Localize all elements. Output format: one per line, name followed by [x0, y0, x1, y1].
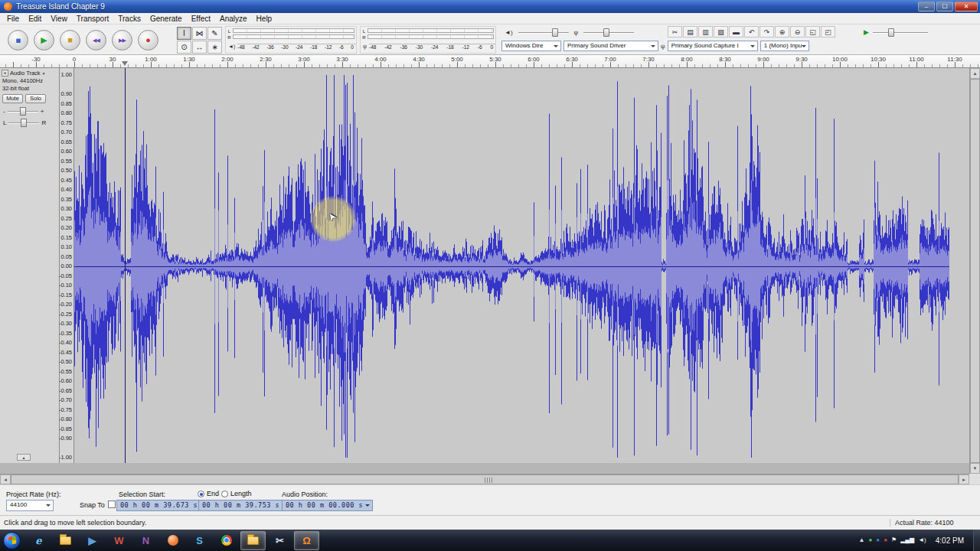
silence-audio-button[interactable]: ▬: [729, 26, 743, 37]
zoom-in-button[interactable]: ⊕: [775, 26, 789, 37]
menu-view[interactable]: View: [46, 14, 72, 24]
input-channels-select[interactable]: 1 (Mono) Inpu: [760, 41, 809, 51]
track-close-button[interactable]: ×: [2, 70, 8, 77]
close-button[interactable]: ✕: [955, 2, 978, 11]
vertical-scroll-thumb[interactable]: [970, 79, 980, 463]
input-volume-slider[interactable]: [583, 28, 634, 37]
skip-to-start-button[interactable]: ◀◀: [86, 30, 106, 51]
horizontal-scroll-thumb[interactable]: [11, 474, 959, 484]
scroll-up-button[interactable]: ▲: [970, 68, 980, 79]
menu-tracks[interactable]: Tracks: [113, 14, 145, 24]
track-collapse-button[interactable]: ▲: [17, 454, 31, 461]
pause-button[interactable]: ▮▮: [8, 30, 28, 51]
timeline-ruler[interactable]: -300301:001:302:002:303:003:304:004:305:…: [0, 55, 980, 68]
playback-device-select[interactable]: Primary Sound Driver: [564, 41, 658, 51]
playback-speed-slider[interactable]: [873, 28, 928, 37]
windows-explorer-button[interactable]: [53, 531, 78, 550]
track-title[interactable]: Audio Track: [10, 70, 41, 77]
scroll-right-button[interactable]: ►: [959, 474, 969, 484]
menu-transport[interactable]: Transport: [72, 14, 113, 24]
firefox-button[interactable]: [160, 531, 185, 550]
scroll-down-button[interactable]: ▼: [970, 463, 980, 474]
taskbar-clock[interactable]: 4:02 PM: [936, 536, 964, 545]
tray-app-blue[interactable]: ●: [876, 537, 880, 543]
network-icon[interactable]: ▂▄▆: [900, 537, 914, 543]
paste-button[interactable]: ▥: [698, 26, 713, 37]
menu-analyze[interactable]: Analyze: [215, 14, 252, 24]
copy-button[interactable]: ▤: [683, 26, 697, 37]
start-button[interactable]: [3, 532, 21, 549]
solo-button[interactable]: Solo: [25, 94, 46, 103]
onenote-button[interactable]: N: [133, 531, 158, 550]
trim-audio-button[interactable]: ▧: [714, 26, 728, 37]
output-volume-slider[interactable]: [518, 28, 569, 37]
play-at-speed-button[interactable]: ▶: [864, 28, 869, 36]
selection-start-field[interactable]: 00 h 00 m 39.673 s: [116, 500, 207, 511]
waveform-canvas[interactable]: [74, 68, 969, 463]
wordpad-button[interactable]: W: [106, 531, 132, 550]
draw-tool-button[interactable]: ✎: [207, 27, 222, 40]
waveform-area[interactable]: [74, 68, 969, 463]
skip-to-end-button[interactable]: ▶▶: [112, 30, 132, 51]
project-rate-select[interactable]: 44100: [6, 500, 54, 511]
zoom-out-button[interactable]: ⊖: [790, 26, 805, 37]
skype-button[interactable]: S: [187, 531, 212, 550]
play-button[interactable]: ▶: [34, 30, 54, 51]
menu-edit[interactable]: Edit: [24, 14, 46, 24]
tray-app-green[interactable]: ●: [868, 537, 872, 543]
track-menu-arrow-icon[interactable]: ▼: [42, 71, 46, 76]
chrome-button[interactable]: [214, 531, 239, 550]
output-volume-thumb[interactable]: [552, 28, 558, 37]
internet-explorer-button[interactable]: e: [26, 531, 51, 550]
zoom-tool-button[interactable]: ⊙: [177, 41, 191, 54]
menu-effect[interactable]: Effect: [187, 14, 215, 24]
menu-generate[interactable]: Generate: [145, 14, 187, 24]
horizontal-scrollbar[interactable]: ◄ ►: [0, 474, 969, 484]
tray-expand-button[interactable]: ▲: [859, 537, 865, 543]
mute-button[interactable]: Mute: [2, 94, 23, 103]
selection-tool-button[interactable]: I: [177, 27, 191, 40]
media-player-button[interactable]: ▶: [80, 531, 105, 550]
playback-meter[interactable]: LR ◄) -48-42-36-30-24-18-12-60: [225, 26, 357, 54]
envelope-tool-button[interactable]: ⋈: [192, 27, 207, 40]
fit-project-button[interactable]: ◰: [821, 26, 835, 37]
tray-app-red[interactable]: ●: [884, 537, 887, 543]
playback-speed-thumb[interactable]: [888, 28, 894, 37]
undo-button[interactable]: ↶: [744, 26, 759, 37]
gain-slider-thumb[interactable]: [20, 107, 26, 116]
audio-position-field[interactable]: 00 h 00 m 00.000 s: [282, 500, 373, 511]
maximize-button[interactable]: ☐: [936, 2, 953, 11]
action-center-flag[interactable]: ⚑: [891, 537, 897, 543]
pan-slider[interactable]: [8, 119, 39, 127]
stop-button[interactable]: ■: [60, 30, 80, 51]
multi-tool-button[interactable]: ∗: [207, 41, 222, 54]
cut-button[interactable]: ✂: [668, 26, 682, 37]
audacity-button[interactable]: Ω: [294, 531, 319, 550]
record-button[interactable]: ●: [138, 30, 158, 51]
redo-button[interactable]: ↷: [760, 26, 774, 37]
vertical-amplitude-ruler[interactable]: 1.000.900.850.800.750.700.650.600.550.50…: [60, 68, 74, 463]
pan-slider-thumb[interactable]: [21, 119, 27, 127]
recording-device-select[interactable]: Primary Sound Capture I: [668, 41, 758, 51]
length-radio[interactable]: [221, 491, 228, 497]
recording-meter[interactable]: LR ψ -48-42-36-30-24-18-12-60: [360, 26, 496, 54]
scroll-left-button[interactable]: ◄: [0, 474, 11, 484]
speaker-icon[interactable]: ◄): [228, 44, 235, 49]
end-radio[interactable]: [198, 491, 204, 497]
menu-help[interactable]: Help: [252, 14, 277, 24]
microphone-icon[interactable]: ψ: [363, 44, 367, 49]
snap-to-checkbox[interactable]: [108, 500, 116, 508]
input-volume-thumb[interactable]: [603, 28, 609, 37]
title-bar[interactable]: Treasure Island Chapter 9 – ☐ ✕: [0, 0, 980, 13]
track-control-panel[interactable]: × Audio Track ▼ Mono, 44100Hz 32-bit flo…: [0, 68, 60, 463]
vertical-scrollbar[interactable]: ▲ ▼: [969, 68, 980, 474]
minimize-button[interactable]: –: [918, 2, 935, 11]
gain-slider[interactable]: [8, 107, 38, 116]
show-desktop-button[interactable]: [973, 530, 980, 551]
volume-icon[interactable]: ◄): [918, 537, 926, 543]
fit-selection-button[interactable]: ◱: [805, 26, 820, 37]
folder-window-button[interactable]: [240, 531, 266, 550]
selection-end-field[interactable]: 00 h 00 m 39.753 s: [198, 500, 289, 511]
menu-file[interactable]: File: [2, 14, 24, 24]
time-shift-tool-button[interactable]: ↔: [192, 41, 207, 54]
